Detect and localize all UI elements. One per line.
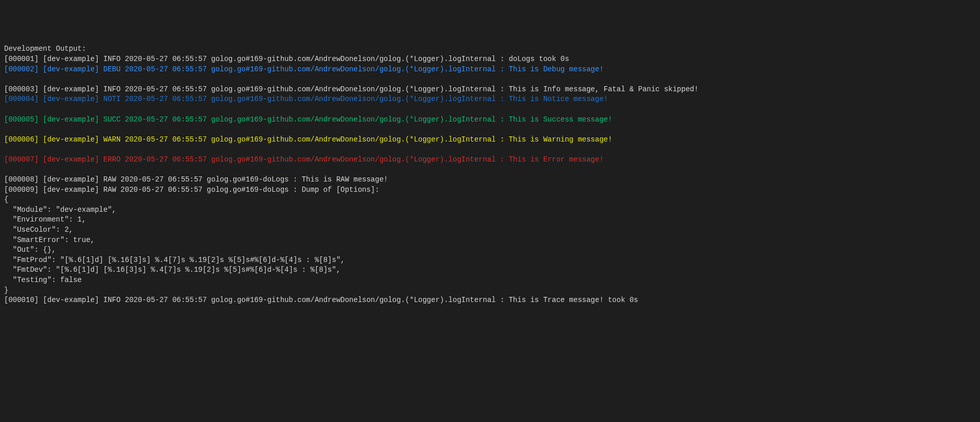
log-entry-noti: [000004] [dev-example] NOTI 2020-05-27 0… (4, 94, 976, 105)
log-entry-warn: [000006] [dev-example] WARN 2020-05-27 0… (4, 135, 976, 145)
terminal-output: Development Output:[000001] [dev-example… (4, 44, 976, 305)
json-dump-line: "Testing": false (4, 275, 976, 286)
log-entry-debu: [000002] [dev-example] DEBU 2020-05-27 0… (4, 65, 976, 75)
output-header: Development Output: (4, 44, 976, 54)
log-entry-succ: [000005] [dev-example] SUCC 2020-05-27 0… (4, 115, 976, 125)
json-dump-line: "Environment": 1, (4, 215, 976, 225)
json-dump-line: } (4, 286, 976, 296)
log-entry-info: [000003] [dev-example] INFO 2020-05-27 0… (4, 85, 976, 95)
log-entry-final: [000010] [dev-example] INFO 2020-05-27 0… (4, 295, 976, 306)
log-entry-erro: [000007] [dev-example] ERRO 2020-05-27 0… (4, 155, 976, 165)
blank-line (4, 145, 976, 155)
blank-line (4, 74, 976, 85)
json-dump-line: "UseColor": 2, (4, 225, 976, 235)
log-entry-raw: [000008] [dev-example] RAW 2020-05-27 06… (4, 175, 976, 185)
log-entry-info: [000001] [dev-example] INFO 2020-05-27 0… (4, 54, 976, 65)
json-dump-line: "FmtDev": "[%.6[1]d] [%.16[3]s] %.4[7]s … (4, 265, 976, 275)
json-dump-line: "FmtProd": "[%.6[1]d] [%.16[3]s] %.4[7]s… (4, 255, 976, 266)
json-dump-line: "SmartError": true, (4, 235, 976, 246)
blank-line (4, 105, 976, 115)
log-entry-raw: [000009] [dev-example] RAW 2020-05-27 06… (4, 185, 976, 195)
blank-line (4, 125, 976, 135)
blank-line (4, 165, 976, 175)
json-dump-line: { (4, 195, 976, 205)
json-dump-line: "Out": {}, (4, 245, 976, 255)
json-dump-line: "Module": "dev-example", (4, 205, 976, 215)
